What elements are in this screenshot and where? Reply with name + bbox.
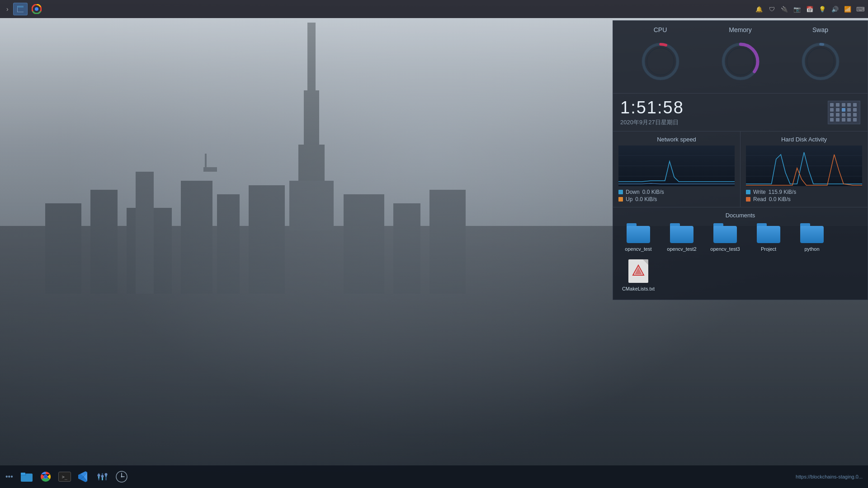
taskbar-bottom-right: https://blockchains-staging.0... <box>796 474 863 479</box>
down-color <box>618 190 623 194</box>
svg-rect-10 <box>217 194 240 294</box>
chrome-taskbar-button[interactable] <box>29 3 44 15</box>
svg-point-55 <box>101 475 104 478</box>
memory-gauge <box>707 39 774 84</box>
disk-graph <box>746 145 862 186</box>
terminal-icon: >_ <box>58 472 71 482</box>
volume-icon[interactable]: 🔊 <box>831 5 839 13</box>
cmake-logo <box>632 264 645 278</box>
svg-rect-13 <box>393 203 420 294</box>
up-value: 0.0 KiB/s <box>635 196 657 202</box>
taskbar-expand-button[interactable]: › <box>4 4 11 14</box>
clock-time: 1:51:58 <box>620 98 684 117</box>
network-graph-svg <box>618 145 735 186</box>
network-down-legend: Down 0.0 KiB/s <box>618 189 735 195</box>
memory-label: Memory <box>704 26 777 33</box>
brightness-icon[interactable]: 💡 <box>818 5 826 13</box>
swap-gauge-svg <box>798 39 843 84</box>
read-color <box>746 197 750 202</box>
network-legend: Down 0.0 KiB/s Up 0.0 KiB/s <box>618 189 735 202</box>
svg-rect-46 <box>21 473 25 475</box>
taskbar-bottom: ••• <box>0 465 868 488</box>
vscode-button[interactable] <box>75 469 92 485</box>
monitor-row: Network speed <box>613 131 868 207</box>
svg-rect-14 <box>429 190 466 294</box>
folder-icon <box>800 223 824 243</box>
cpu-label: CPU <box>624 26 697 33</box>
network-widget: Network speed <box>613 131 740 207</box>
keyboard-icon[interactable]: ⌨ <box>856 5 864 13</box>
svg-point-33 <box>807 48 834 75</box>
widget-area: CPU Memory Swap <box>613 20 868 300</box>
list-item[interactable]: opencv_test2 <box>664 223 700 252</box>
file-manager-icon <box>20 471 33 482</box>
network-graph <box>618 145 735 186</box>
bottom-url-text: https://blockchains-staging.0... <box>796 474 863 479</box>
svg-point-62 <box>121 476 122 478</box>
disk-write-legend: Write 115.9 KiB/s <box>746 189 862 195</box>
up-label: Up <box>626 196 632 202</box>
camera-icon[interactable]: 📷 <box>793 5 801 13</box>
svg-rect-6 <box>45 203 81 294</box>
taskbar-dots-indicator[interactable]: ••• <box>5 473 13 481</box>
list-item[interactable]: python <box>794 223 830 252</box>
doc-label: python <box>804 246 819 252</box>
vpn-icon[interactable]: 🔌 <box>780 5 788 13</box>
svg-point-25 <box>647 48 674 75</box>
shield-icon[interactable]: 🛡 <box>768 5 776 13</box>
svg-point-52 <box>97 474 100 477</box>
svg-point-23 <box>643 44 678 79</box>
folder-icon <box>713 223 737 243</box>
svg-rect-17 <box>205 154 207 172</box>
notification-bell-icon[interactable]: 🔔 <box>755 5 763 13</box>
taskbar-left-section: › <box>4 3 44 15</box>
clock-button[interactable] <box>113 469 130 485</box>
memory-gauge-svg <box>718 39 763 84</box>
clock-date: 2020年9月27日星期日 <box>620 118 684 127</box>
taskbar-top: › 🔔 🛡 <box>0 0 868 18</box>
folder-icon <box>670 223 693 243</box>
svg-point-21 <box>35 7 38 11</box>
down-label: Down <box>626 189 640 195</box>
doc-label: CMakeLists.txt <box>622 286 655 292</box>
chrome-icon <box>32 4 42 14</box>
desktop: › 🔔 🛡 <box>0 0 868 488</box>
calendar-widget-icon[interactable] <box>828 101 860 124</box>
folder-icon <box>627 223 650 243</box>
file-manager-button[interactable] <box>19 469 35 485</box>
write-value: 115.9 KiB/s <box>769 189 796 195</box>
svg-rect-9 <box>181 181 212 294</box>
down-value: 0.0 KiB/s <box>642 189 664 195</box>
network-icon[interactable]: 📶 <box>844 5 852 13</box>
clock-widget: 1:51:58 2020年9月27日星期日 <box>613 94 868 131</box>
swap-gauge <box>787 39 854 84</box>
write-label: Write <box>753 189 766 195</box>
taskbar-bottom-apps: ••• <box>5 469 130 485</box>
documents-widget: Documents opencv_test opencv_tes <box>613 207 868 300</box>
svg-point-29 <box>727 48 754 75</box>
list-item[interactable]: opencv_test3 <box>707 223 743 252</box>
list-item[interactable]: Project <box>750 223 787 252</box>
window-app-button[interactable] <box>13 3 28 15</box>
audio-mixer-button[interactable] <box>94 469 111 485</box>
resource-monitor-widget: CPU Memory Swap <box>613 20 868 94</box>
chrome-bottom-icon <box>40 471 52 483</box>
read-label: Read <box>753 196 766 202</box>
taskbar-right-section: 🔔 🛡 🔌 📷 📅 💡 🔊 📶 ⌨ <box>755 5 864 13</box>
doc-label: opencv_test3 <box>710 246 740 252</box>
chrome-bottom-button[interactable] <box>38 469 54 485</box>
disk-graph-svg <box>746 145 862 186</box>
list-item[interactable]: opencv_test <box>620 223 656 252</box>
up-color <box>618 197 623 202</box>
svg-point-58 <box>104 473 107 476</box>
terminal-button[interactable]: >_ <box>57 469 73 485</box>
doc-label: opencv_test2 <box>667 246 696 252</box>
calendar-icon[interactable]: 📅 <box>806 5 814 13</box>
network-up-legend: Up 0.0 KiB/s <box>618 196 735 202</box>
network-title: Network speed <box>618 136 735 143</box>
list-item[interactable]: CMakeLists.txt <box>620 259 656 292</box>
disk-read-legend: Read 0.0 KiB/s <box>746 196 862 202</box>
audio-mixer-icon <box>96 471 109 482</box>
folder-icon <box>757 223 780 243</box>
svg-rect-19 <box>17 6 24 8</box>
